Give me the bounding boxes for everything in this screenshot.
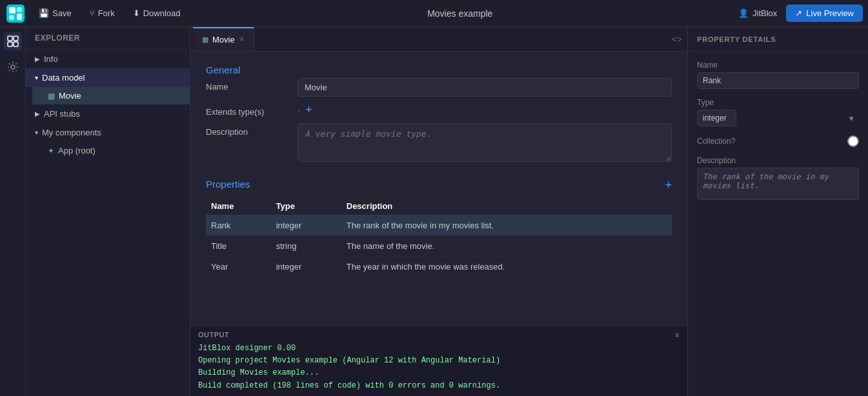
live-preview-button[interactable]: ↗ Live Preview [786,5,863,22]
icon-bar-settings[interactable] [4,58,22,76]
cell-name: Year [206,257,271,277]
cell-type: string [271,236,341,257]
sidebar-item-app-root[interactable]: ✦ App (root) [32,142,190,159]
chevron-right-icon-2: ▶ [35,110,40,117]
output-panel: OUTPUT ≡ JitBlox designer 0.00Opening pr… [190,325,687,396]
description-row: Description [206,123,672,162]
prop-collection-label: Collection? [697,137,843,146]
puzzle-icon: ✦ [48,146,54,155]
prop-description-row: Description The rank of the movie in my … [697,156,859,200]
property-details-body: Name Type integer string boolean number … [688,52,868,209]
topbar: 💾 Save ⑂ Fork ⬇ Download Movies example … [0,0,868,27]
sidebar: EXPLORER ▶ Info ▾ Data model ▦ Movie ▶ A… [26,27,190,396]
extends-label: Extends type(s) [206,103,290,117]
prop-name-label: Name [697,61,859,70]
svg-rect-5 [8,36,12,41]
sidebar-item-movie[interactable]: ▦ Movie [32,87,190,104]
name-input[interactable] [298,78,672,97]
sidebar-item-api-stubs[interactable]: ▶ API stubs [26,104,190,123]
col-type-header: Type [271,197,341,215]
general-section: General Name Extends type(s) - + Descrip… [206,64,672,168]
prop-type-row: Type integer string boolean number [697,98,859,126]
cell-type: integer [271,257,341,277]
sidebar-item-my-components[interactable]: ▾ My components [26,123,190,142]
svg-rect-7 [8,42,12,46]
add-property-button[interactable]: + [665,179,672,192]
icon-bar-explorer[interactable] [4,32,22,50]
cell-description: The year in which the movie was released… [341,257,672,277]
properties-section: Properties + Name Type Description Rank … [206,179,672,277]
sidebar-header: EXPLORER [26,27,190,50]
col-description-header: Description [341,197,672,215]
svg-rect-1 [9,7,15,14]
prop-name-row: Name [697,61,859,89]
cell-type: integer [271,215,341,236]
output-header: OUTPUT ≡ [198,331,680,339]
properties-section-title: Properties [206,179,250,190]
svg-rect-4 [17,14,22,20]
prop-type-select-wrapper: integer string boolean number [697,110,859,126]
main-layout: EXPLORER ▶ Info ▾ Data model ▦ Movie ▶ A… [0,27,868,396]
fork-icon: ⑂ [90,8,95,18]
save-icon: 💾 [39,8,49,18]
code-view-icon[interactable]: <> [672,34,682,45]
tabs-bar: ▦ Movie ✕ <> [190,27,687,52]
extends-dash: - [298,105,300,115]
svg-rect-3 [9,15,14,20]
extends-input-row: - + [298,103,672,117]
tab-close-button[interactable]: ✕ [239,35,245,44]
output-line: Building Movies example... [198,367,680,379]
sidebar-data-model-section: ▦ Movie [26,87,190,104]
extends-add-button[interactable]: + [305,103,312,117]
chevron-down-icon-2: ▾ [35,129,38,136]
sidebar-item-data-model[interactable]: ▾ Data model [26,68,190,87]
prop-name-input[interactable] [697,72,859,89]
output-line: JitBlox designer 0.00 [198,342,680,355]
description-textarea[interactable] [298,123,672,162]
table-row[interactable]: Year integer The year in which the movie… [206,257,672,277]
table-row[interactable]: Title string The name of the movie. [206,236,672,257]
prop-type-select[interactable]: integer string boolean number [697,110,736,126]
cell-description: The name of the movie. [341,236,672,257]
save-button[interactable]: 💾 Save [31,5,79,21]
output-menu-icon[interactable]: ≡ [675,331,680,339]
cell-name: Title [206,236,271,257]
prop-description-textarea[interactable]: The rank of the movie in my movies list. [697,168,859,200]
prop-collection-toggle[interactable] [847,135,859,147]
main-content: ▦ Movie ✕ <> General Name Extends type(s… [190,27,687,396]
app-logo [5,3,26,24]
properties-header: Properties + [206,179,672,192]
col-name-header: Name [206,197,271,215]
icon-bar [0,27,26,396]
output-line: Opening project Movies example (Angular … [198,355,680,367]
prop-description-label: Description [697,156,859,165]
tab-movie[interactable]: ▦ Movie ✕ [193,27,254,51]
cell-description: The rank of the movie in my movies list. [341,215,672,236]
table-icon: ▦ [48,92,55,101]
chevron-right-icon: ▶ [35,55,40,63]
table-row[interactable]: Rank integer The rank of the movie in my… [206,215,672,236]
sidebar-item-info[interactable]: ▶ Info [26,50,190,68]
sidebar-components-section: ✦ App (root) [26,142,190,159]
svg-rect-0 [6,5,25,23]
description-label: Description [206,123,290,137]
properties-table: Name Type Description Rank integer The r… [206,197,672,277]
fork-button[interactable]: ⑂ Fork [82,5,123,21]
svg-rect-6 [14,36,18,41]
name-row: Name [206,78,672,97]
svg-rect-2 [17,7,22,12]
output-line: Build completed (198 lines of code) with… [198,380,680,392]
user-icon: 👤 [738,8,749,18]
external-link-icon: ↗ [795,8,802,18]
general-section-title: General [206,64,672,75]
download-button[interactable]: ⬇ Download [125,5,188,21]
prop-collection-row-inner: Collection? [697,135,859,147]
user-info: 👤 JitBlox [732,5,783,21]
prop-type-label: Type [697,98,859,107]
tabs-right-controls: <> [672,34,687,45]
svg-point-9 [11,65,15,69]
property-details-header: PROPERTY DETAILS [688,27,868,52]
cell-name: Rank [206,215,271,236]
svg-rect-8 [14,42,18,46]
tab-icon: ▦ [202,35,208,44]
